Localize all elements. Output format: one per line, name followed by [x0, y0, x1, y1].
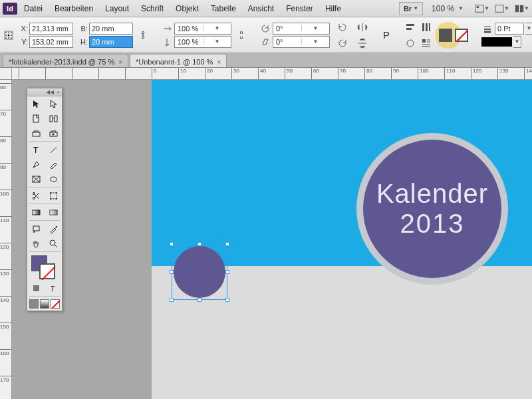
- direct-selection-tool-icon[interactable]: [45, 96, 62, 111]
- fill-stroke-swatch[interactable]: [27, 253, 62, 281]
- selection-handle[interactable]: [225, 242, 229, 246]
- menu-bearbeiten[interactable]: Bearbeiten: [49, 2, 98, 15]
- menu-tabelle[interactable]: Tabelle: [205, 2, 241, 15]
- canvas[interactable]: Kalender 2013 ◀◀×: [12, 80, 532, 399]
- width-field[interactable]: 20 mm: [89, 23, 133, 35]
- stroke-style-swatch[interactable]: [481, 37, 512, 47]
- text-wrap-icon[interactable]: [419, 36, 434, 51]
- selection-handle[interactable]: [225, 270, 229, 274]
- page-tool-icon[interactable]: [27, 111, 45, 126]
- selection-handle[interactable]: [170, 298, 174, 302]
- svg-rect-0: [475, 5, 483, 12]
- shear-field[interactable]: 0°▼: [273, 36, 330, 48]
- effects-icon[interactable]: [403, 36, 418, 51]
- stroke-swatch-control[interactable]: [455, 29, 468, 42]
- zoom-tool-icon[interactable]: [45, 236, 62, 251]
- menu-layout[interactable]: Layout: [100, 2, 134, 15]
- selection-handle[interactable]: [170, 242, 174, 246]
- free-transform-tool-icon[interactable]: [45, 188, 62, 203]
- selection-tool-icon[interactable]: [27, 96, 45, 111]
- horizontal-ruler[interactable]: 0102030405060708090100110120130140: [12, 68, 532, 80]
- selection-handle[interactable]: [170, 270, 174, 274]
- close-icon[interactable]: ×: [118, 59, 122, 66]
- stroke-color-swatch[interactable]: [39, 263, 55, 279]
- screen-mode-icon[interactable]: ▼: [495, 3, 509, 15]
- apply-none-icon[interactable]: [51, 299, 60, 309]
- svg-rect-16: [406, 24, 414, 26]
- selection-handle[interactable]: [198, 242, 201, 246]
- stroke-weight-field[interactable]: 0 Pt: [495, 23, 524, 35]
- select-container-icon[interactable]: P: [383, 28, 390, 43]
- formatting-container-icon[interactable]: [27, 281, 45, 295]
- selected-object[interactable]: [174, 246, 225, 298]
- svg-text:T: T: [51, 285, 55, 293]
- menu-ansicht[interactable]: Ansicht: [243, 2, 279, 15]
- arrange-documents-icon[interactable]: ▼: [515, 3, 529, 15]
- apply-color-icon[interactable]: [29, 299, 39, 309]
- rotate-icon: [259, 23, 271, 35]
- pen-tool-icon[interactable]: [27, 157, 45, 172]
- flip-horizontal-icon[interactable]: [355, 20, 370, 35]
- reference-point-icon[interactable]: [4, 29, 13, 41]
- svg-point-14: [11, 37, 12, 39]
- tab-unbenannt[interactable]: *Unbenannt-1 @ 100 %×: [130, 54, 227, 67]
- svg-point-48: [50, 192, 51, 194]
- gradient-feather-tool-icon[interactable]: [45, 205, 62, 219]
- selection-handle[interactable]: [225, 298, 229, 302]
- type-tool-icon[interactable]: T: [27, 142, 45, 157]
- content-collector-tool-icon[interactable]: [27, 126, 45, 140]
- line-tool-icon[interactable]: [45, 142, 62, 157]
- svg-rect-20: [429, 23, 430, 31]
- vertical-ruler[interactable]: 60708090100110120130140150160170180: [0, 80, 12, 399]
- menu-hilfe[interactable]: Hilfe: [320, 2, 346, 15]
- menu-fenster[interactable]: Fenster: [281, 2, 319, 15]
- gradient-swatch-tool-icon[interactable]: [27, 205, 45, 219]
- stroke-weight-dropdown[interactable]: ▼: [525, 23, 532, 35]
- tab-fotokalender[interactable]: *fotokalender-2013.indd @ 75 %×: [3, 54, 128, 67]
- ruler-origin[interactable]: [0, 68, 12, 80]
- y-field[interactable]: 153,02 mm: [29, 36, 73, 48]
- svg-point-50: [50, 198, 51, 200]
- note-tool-icon[interactable]: [27, 221, 45, 236]
- rotate-ccw-icon[interactable]: [335, 20, 350, 35]
- constrain-proportions-icon[interactable]: [138, 29, 148, 41]
- gap-tool-icon[interactable]: [45, 111, 62, 126]
- rotation-field[interactable]: 0°▼: [273, 23, 330, 35]
- apply-gradient-icon[interactable]: [40, 299, 49, 309]
- scissors-tool-icon[interactable]: [27, 188, 45, 203]
- w-label: B:: [78, 25, 88, 33]
- title-line1: Kalender: [376, 179, 488, 209]
- pencil-tool-icon[interactable]: [45, 157, 62, 172]
- bridge-button[interactable]: Br▼: [399, 2, 423, 15]
- eyedropper-tool-icon[interactable]: [45, 221, 62, 236]
- view-options-icon[interactable]: ▼: [475, 3, 489, 15]
- control-bar: X: 21,313 mm Y: 153,02 mm B: 20 mm H: 20…: [0, 17, 532, 53]
- app-icon: Id: [3, 3, 17, 15]
- content-placer-tool-icon[interactable]: [45, 126, 62, 140]
- menu-schrift[interactable]: Schrift: [136, 2, 169, 15]
- tools-panel[interactable]: ◀◀× T: [27, 88, 63, 311]
- fill-swatch-control[interactable]: [439, 29, 452, 42]
- height-field[interactable]: 20 mm: [89, 36, 133, 48]
- rectangle-frame-tool-icon[interactable]: [27, 172, 45, 186]
- close-icon[interactable]: ×: [217, 59, 221, 66]
- formatting-text-icon[interactable]: T: [45, 281, 62, 295]
- menu-objekt[interactable]: Objekt: [170, 2, 204, 15]
- align-icon[interactable]: [403, 20, 418, 35]
- distribute-icon[interactable]: [419, 20, 434, 35]
- ellipse-tool-icon[interactable]: [45, 172, 62, 186]
- svg-point-49: [56, 192, 57, 194]
- x-field[interactable]: 21,313 mm: [29, 23, 73, 35]
- hand-tool-icon[interactable]: [27, 236, 45, 251]
- scale-y-field[interactable]: 100 %▼: [174, 36, 231, 48]
- scale-x-field[interactable]: 100 %▼: [174, 23, 231, 35]
- selection-handle[interactable]: [198, 298, 201, 302]
- flip-vertical-icon[interactable]: [355, 36, 370, 51]
- menu-datei[interactable]: Datei: [19, 2, 48, 15]
- svg-point-51: [56, 198, 57, 200]
- constrain-scale-icon[interactable]: [237, 29, 246, 41]
- zoom-level-dropdown[interactable]: 100 %▼: [424, 2, 468, 15]
- rotate-cw-icon[interactable]: [335, 36, 350, 51]
- tools-panel-header[interactable]: ◀◀×: [27, 88, 62, 96]
- stroke-style-dropdown[interactable]: ▼: [513, 36, 521, 48]
